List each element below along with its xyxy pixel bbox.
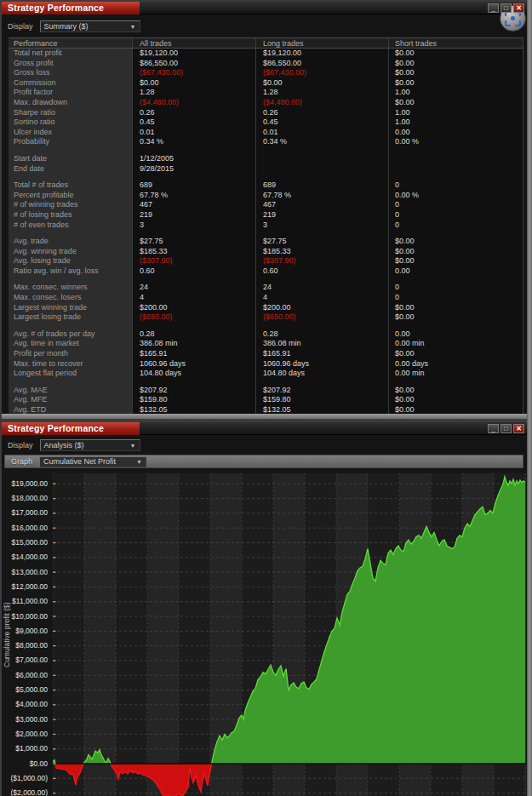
table-gap-row <box>9 276 523 283</box>
row-label: Avg. # of trades per day <box>9 329 132 340</box>
table-row: Max. drawdown($4,480.00)($4,480.00)$0.00 <box>9 98 523 108</box>
row-value: $0.00 <box>388 349 523 359</box>
row-value <box>255 154 388 164</box>
y-tick-label: ($2,000.00) <box>2 788 48 796</box>
y-tick-label: $5,000.00 <box>2 685 48 694</box>
row-value: $0.00 <box>388 98 523 108</box>
row-label: Avg. winning trade <box>9 247 132 257</box>
display-label: Display <box>8 441 33 450</box>
column-header-long-trades[interactable]: Long trades <box>255 38 388 48</box>
row-value: 0 <box>388 283 523 293</box>
row-value <box>132 276 255 283</box>
chevron-down-icon: ▼ <box>136 459 142 465</box>
y-tick-label: $7,000.00 <box>2 656 48 664</box>
y-tick-label: $10,000.00 <box>2 612 48 621</box>
y-tick-label: $3,000.00 <box>2 715 48 724</box>
row-label <box>9 174 132 180</box>
row-value: 0.00 days <box>388 359 523 369</box>
graph-type-dropdown[interactable]: Cumulative Net Profit ▼ <box>39 456 146 467</box>
row-label: Gross loss <box>9 68 132 78</box>
display-dropdown[interactable]: Analysis ($) ▼ <box>40 439 140 451</box>
row-value: $0.00 <box>388 386 523 396</box>
y-tick-label: $15,000.00 <box>2 538 48 547</box>
row-value: $0.00 <box>388 303 523 313</box>
strategy-performance-analysis-window: Strategy Performance _ □ ✕ Display Analy… <box>2 422 527 796</box>
window-title: Strategy Performance <box>2 422 140 435</box>
row-value: 24 <box>132 283 255 293</box>
row-value: 9/28/2015 <box>132 164 255 175</box>
row-value: 1.28 <box>255 88 388 98</box>
row-value: $165.91 <box>132 349 255 359</box>
row-value: 104.80 days <box>132 369 255 379</box>
display-dropdown[interactable]: Summary ($) ▼ <box>40 20 140 32</box>
row-label <box>9 323 132 329</box>
row-value: 1/12/2005 <box>132 154 255 164</box>
row-value: $86,550.00 <box>132 59 255 69</box>
row-value: $0.00 <box>388 78 523 89</box>
table-row: Total net profit$19,120.00$19,120.00$0.0… <box>9 49 523 59</box>
row-value: 1.00 <box>388 117 523 128</box>
title-bar[interactable]: Strategy Performance _ □ ✕ <box>2 422 527 435</box>
row-value: 1.00 <box>388 88 523 98</box>
y-tick-label: $1,000.00 <box>2 744 48 753</box>
row-value: $159.80 <box>255 395 388 405</box>
row-label: # of losing trades <box>9 210 132 220</box>
row-label: Percent profitable <box>9 191 132 201</box>
row-label: Avg. time in market <box>9 339 132 349</box>
table-row: Avg. winning trade$185.33$185.33$0.00 <box>9 247 523 257</box>
row-value <box>132 147 255 154</box>
row-value <box>255 276 388 283</box>
row-value: 0.45 <box>255 117 388 128</box>
row-value <box>132 174 255 180</box>
row-value: 3 <box>132 220 255 231</box>
close-button[interactable]: ✕ <box>513 3 524 13</box>
table-row: Sortino ratio0.450.451.00 <box>9 117 523 128</box>
row-value: 0 <box>388 200 523 210</box>
row-value: 0.00 <box>388 266 523 277</box>
row-label: # of winning trades <box>9 200 132 210</box>
graph-type-dropdown-value: Cumulative Net Profit <box>43 457 116 466</box>
y-tick-label: ($1,000.00) <box>2 774 48 782</box>
title-bar[interactable]: Strategy Performance _ □ ✕ <box>2 2 527 14</box>
graph-label: Graph <box>11 457 32 466</box>
row-label: Sortino ratio <box>9 117 132 128</box>
table-gap-row <box>9 230 523 237</box>
table-gap-row <box>9 174 523 180</box>
maximize-button[interactable]: □ <box>501 424 512 433</box>
table-row: Largest winning trade$200.00$200.00$0.00 <box>9 303 523 313</box>
row-value: 0 <box>388 210 523 220</box>
row-value: 386.08 min <box>255 339 388 349</box>
chart-plot-area[interactable] <box>53 473 526 796</box>
row-value: 0.00 <box>388 329 523 340</box>
table-row: Total # of trades6896890 <box>9 180 523 191</box>
graph-toolbar: Graph Cumulative Net Profit ▼ <box>4 455 523 468</box>
row-value: $207.92 <box>255 386 388 396</box>
column-header-performance[interactable]: Performance <box>9 38 132 48</box>
close-button[interactable]: ✕ <box>513 424 524 433</box>
table-row: Largest losing trade($650.00)($650.00)$0… <box>9 312 523 323</box>
row-label <box>9 276 132 283</box>
row-label: Commission <box>9 78 132 89</box>
row-label: Total # of trades <box>9 180 132 191</box>
column-header-short-trades[interactable]: Short trades <box>388 38 523 48</box>
table-row: Longest flat period104.80 days104.80 day… <box>9 369 523 379</box>
table-row: End date9/28/2015 <box>9 164 523 175</box>
row-label: Start date <box>9 154 132 164</box>
row-value: 4 <box>132 293 255 303</box>
minimize-button[interactable]: _ <box>488 3 499 13</box>
row-value: ($307.90) <box>132 256 255 266</box>
row-value: 0.00 % <box>388 137 523 147</box>
row-value: $0.00 <box>388 312 523 323</box>
row-label: Largest losing trade <box>9 312 132 323</box>
column-header-all-trades[interactable]: All trades <box>132 38 255 48</box>
minimize-button[interactable]: _ <box>488 424 499 433</box>
y-tick-label: $2,000.00 <box>2 730 48 738</box>
table-row: Ratio avg. win / avg. loss0.600.600.00 <box>9 266 523 277</box>
row-value <box>388 154 523 164</box>
row-value: $0.00 <box>132 78 255 89</box>
y-tick-label: $4,000.00 <box>2 700 48 708</box>
row-value: 0.01 <box>132 128 255 138</box>
maximize-button[interactable]: □ <box>501 3 512 13</box>
row-value: 3 <box>255 220 388 231</box>
row-value: 67.78 % <box>255 191 388 201</box>
